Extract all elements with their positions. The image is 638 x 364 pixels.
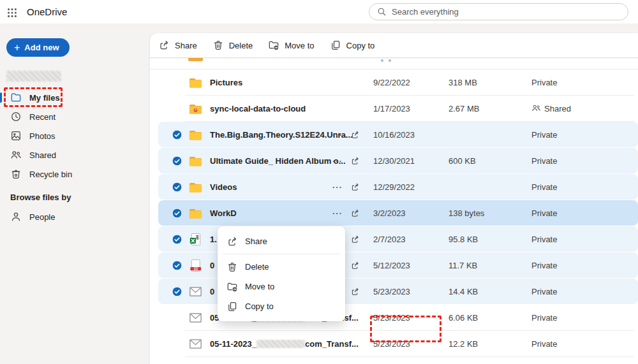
modified-date: 2/7/2023 (369, 235, 445, 244)
toolbar-copy-to-button[interactable]: Copy to (330, 40, 375, 51)
people-icon (531, 103, 541, 115)
sharing-status: Private (528, 287, 638, 296)
sidebar-item-people[interactable]: People (0, 207, 150, 226)
toolbar-move-to-button[interactable]: Move to (268, 40, 314, 51)
file-name[interactable]: The.Big.Bang.Theory.S12E24.Unra... (210, 130, 332, 140)
app-launcher-icon[interactable] (5, 6, 19, 20)
row-share-icon[interactable] (350, 156, 369, 166)
people-icon (10, 149, 22, 161)
sharing-status: Private (528, 130, 638, 140)
row-share-icon[interactable] (350, 261, 369, 270)
menu-item-delete[interactable]: Delete (218, 257, 345, 277)
sidebar-item-recycle-bin[interactable]: Recycle bin (0, 164, 150, 184)
top-bar: OneDrive (0, 0, 638, 24)
file-name[interactable]: 05-11-2023_com_Transf... (210, 339, 332, 349)
selected-checkmark-icon[interactable] (165, 156, 188, 166)
search-input[interactable] (392, 7, 628, 17)
selected-checkmark-icon[interactable] (165, 208, 188, 219)
sidebar-item-photos[interactable]: Photos (0, 126, 150, 145)
more-options-icon[interactable]: ··· (332, 156, 350, 166)
selected-checkmark-icon[interactable] (165, 286, 188, 297)
file-name[interactable]: sync-local-data-to-cloud (210, 104, 332, 113)
menu-item-label: Move to (245, 282, 274, 291)
sidebar-nav: My filesRecentPhotosSharedRecycle binBro… (0, 88, 150, 226)
file-row[interactable]: Pictures9/22/2022318 MBPrivate (150, 69, 638, 96)
file-row-partial[interactable] (150, 58, 638, 69)
row-share-icon[interactable] (350, 130, 369, 140)
sharing-status: Private (528, 313, 638, 323)
sharing-status: Private (528, 339, 638, 349)
copy-to-icon (226, 301, 238, 312)
sidebar-item-recent[interactable]: Recent (0, 107, 150, 126)
menu-item-share[interactable]: Share (218, 231, 345, 251)
file-row[interactable]: The.Big.Bang.Theory.S12E24.Unra...···10/… (150, 122, 638, 148)
row-share-icon[interactable] (350, 287, 369, 296)
toolbar-share-button[interactable]: Share (158, 40, 197, 51)
file-name[interactable]: Ultimate Guide_ Hidden Album o... (210, 156, 332, 166)
more-options-icon[interactable]: ··· (332, 182, 350, 192)
sidebar-item-shared[interactable]: Shared (0, 145, 150, 164)
file-name[interactable]: Videos (210, 182, 332, 192)
plus-icon: + (14, 43, 20, 53)
app-title: OneDrive (27, 0, 67, 24)
sharing-status: Shared (528, 103, 638, 115)
folder-outline-icon (10, 92, 22, 103)
sidebar-item-my-files[interactable]: My files (0, 88, 150, 107)
modified-date: 5/12/2023 (369, 261, 445, 270)
sidebar-item-label: Shared (29, 150, 56, 160)
file-row[interactable]: 05-11-2023_com_Transf...5/23/202312.2 KB… (150, 331, 638, 357)
file-size: 6.06 KB (445, 313, 528, 323)
toolbar-delete-button[interactable]: Delete (212, 40, 253, 51)
menu-item-label: Copy to (245, 302, 274, 311)
sharing-status: Private (528, 208, 638, 218)
browse-files-by-heading: Browse files by (10, 193, 150, 202)
sharing-status: Private (528, 261, 638, 270)
folder-photo-icon (188, 101, 210, 116)
sidebar: + Add new My filesRecentPhotosSharedRecy… (0, 24, 150, 364)
modified-date: 9/22/2022 (369, 78, 445, 87)
add-new-button[interactable]: + Add new (6, 38, 70, 57)
sidebar-item-label: My files (29, 93, 60, 103)
context-menu: ShareDeleteMove toCopy to (218, 226, 345, 321)
file-row[interactable]: WorkD···3/2/2023138 bytesPrivate (150, 200, 638, 226)
mail-file-icon (188, 310, 210, 325)
file-size: 138 bytes (445, 208, 528, 218)
menu-item-move-to[interactable]: Move to (218, 277, 345, 296)
more-options-icon[interactable]: ··· (332, 208, 350, 218)
folder-icon (188, 127, 210, 142)
sharing-status: Private (528, 182, 638, 192)
excel-file-icon (188, 232, 210, 247)
folder-icon (188, 206, 210, 221)
recycle-bin-icon (10, 168, 22, 180)
selected-checkmark-icon[interactable] (165, 234, 188, 245)
file-name[interactable]: Pictures (210, 78, 332, 87)
search-box[interactable] (369, 3, 628, 20)
file-row[interactable]: sync-local-data-to-cloud1/17/20232.67 MB… (150, 96, 638, 122)
person-icon (10, 211, 22, 222)
row-share-icon[interactable] (350, 208, 369, 218)
folder-icon (188, 180, 210, 194)
modified-date: 5/23/2023 (369, 339, 445, 349)
selected-checkmark-icon[interactable] (165, 182, 188, 193)
search-icon (377, 7, 387, 17)
modified-date: 12/30/2021 (369, 156, 445, 166)
file-size: 318 MB (445, 78, 528, 87)
file-size: 95.8 KB (445, 235, 528, 244)
row-share-icon[interactable] (350, 182, 369, 192)
toolbar-button-label: Delete (229, 41, 253, 50)
delete-icon (212, 40, 224, 51)
mail-file-icon (188, 337, 210, 351)
file-name[interactable]: WorkD (210, 208, 332, 218)
sidebar-item-label: People (29, 212, 55, 222)
folder-icon (188, 58, 203, 61)
selected-checkmark-icon[interactable] (165, 260, 188, 271)
modified-date: 12/29/2022 (369, 182, 445, 192)
file-row[interactable]: Videos···12/29/2022Private (150, 174, 638, 200)
more-options-icon[interactable]: ··· (332, 130, 350, 140)
sharing-status: Private (528, 156, 638, 166)
file-row[interactable]: Ultimate Guide_ Hidden Album o...···12/3… (150, 148, 638, 174)
selected-checkmark-icon[interactable] (165, 129, 188, 140)
row-share-icon[interactable] (350, 235, 369, 244)
menu-item-copy-to[interactable]: Copy to (218, 296, 345, 316)
mail-file-icon (188, 284, 210, 299)
